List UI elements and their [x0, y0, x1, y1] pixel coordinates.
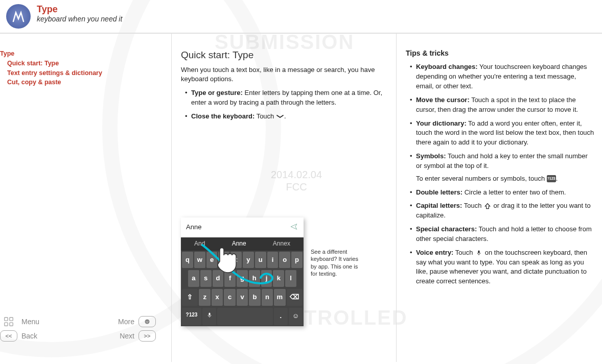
key-shift: ⇧ — [182, 289, 198, 306]
bullet-close-keyboard: Close the keyboard: Touch . — [186, 112, 389, 122]
key-z: z — [199, 289, 210, 306]
nav-item-textentry[interactable]: Text entry settings & dictionary — [0, 68, 166, 78]
svg-rect-6 — [478, 251, 480, 254]
key-e: e — [206, 252, 218, 269]
key-q: q — [182, 252, 193, 269]
svg-rect-2 — [5, 323, 8, 326]
tip-voice-entry: Voice entry: Touch on the touchscreen ke… — [411, 248, 595, 286]
tip-keyboard-changes: Keyboard changes: Your touchscreen keybo… — [411, 62, 595, 91]
key-w: w — [194, 252, 205, 269]
tip-double-letters: Double letters: Circle a letter to enter… — [411, 188, 595, 198]
key-i: i — [267, 252, 279, 269]
tip-move-cursor: Move the cursor: Touch a spot in the tex… — [411, 95, 595, 115]
column-tips: Tips & tricks Keyboard changes: Your tou… — [397, 34, 602, 362]
nav-item-quickstart[interactable]: Quick start: Type — [0, 59, 166, 68]
key-m: m — [274, 289, 285, 306]
more-button[interactable] — [138, 316, 156, 327]
tips-heading: Tips & tricks — [406, 48, 595, 58]
key-d: d — [213, 270, 224, 287]
key-space — [217, 308, 273, 325]
next-label[interactable]: Next — [120, 332, 134, 340]
nav-item-cutcopy[interactable]: Cut, copy & paste — [0, 78, 166, 87]
key-symbols: ?123 — [182, 308, 201, 325]
keyboard-illustration: Anne And Anne Annex q w e r — [181, 217, 304, 326]
key-mic — [202, 308, 216, 325]
mic-icon — [475, 249, 483, 256]
key-l: l — [285, 270, 296, 287]
key-c: c — [224, 289, 235, 306]
svg-rect-1 — [10, 318, 13, 321]
key-period: . — [274, 308, 288, 325]
symbols-key-icon: ?123 — [547, 175, 556, 182]
nav-heading[interactable]: Type — [0, 49, 166, 59]
suggestion-row: And Anne Annex — [181, 237, 304, 250]
page-title: Type — [37, 4, 122, 15]
page-subtitle: keyboard when you need it — [37, 15, 122, 23]
back-label[interactable]: Back — [21, 332, 37, 340]
key-v: v — [237, 289, 248, 306]
tip-dictionary: Your dictionary: To add a word you enter… — [411, 119, 595, 148]
key-row-4: ?123 . ☺ — [181, 307, 304, 326]
more-label[interactable]: More — [118, 318, 134, 326]
col1-heading: Quick start: Type — [181, 48, 389, 62]
send-icon — [289, 222, 298, 233]
svg-rect-0 — [5, 318, 8, 321]
shift-icon — [483, 203, 492, 210]
kb-input-value: Anne — [186, 223, 201, 232]
key-f: f — [224, 270, 236, 287]
nav-list: Type Quick start: Type Text entry settin… — [0, 49, 166, 87]
next-button[interactable]: >> — [138, 330, 156, 342]
kb-input-row: Anne — [181, 217, 304, 237]
key-b: b — [249, 289, 260, 306]
motorola-logo — [6, 4, 31, 29]
tip-capital-letters: Capital letters: Touch or drag it to the… — [411, 201, 595, 221]
key-u: u — [255, 252, 266, 269]
key-row-3: ⇧ z x c v b n m ⌫ — [181, 288, 304, 307]
chevron-down-icon — [276, 113, 284, 120]
key-row-2: a s d f g h j k l — [181, 269, 304, 288]
sugg-2: Anne — [232, 239, 246, 248]
menu-icon[interactable] — [0, 316, 17, 327]
key-y: y — [243, 252, 254, 269]
key-j: j — [261, 270, 272, 287]
page-header: Type keyboard when you need it — [0, 0, 602, 34]
tip-symbols: Symbols: Touch and hold a key to enter t… — [411, 152, 595, 184]
key-t: t — [230, 252, 242, 269]
key-n: n — [262, 289, 273, 306]
footer-nav: Menu More << Back Next >> — [0, 313, 166, 357]
key-delete: ⌫ — [287, 289, 303, 306]
key-a: a — [188, 270, 199, 287]
menu-label[interactable]: Menu — [21, 318, 39, 326]
key-s: s — [200, 270, 212, 287]
sugg-1: And — [194, 239, 205, 248]
key-k: k — [273, 270, 284, 287]
bullet-type-gesture: Type or gesture: Enter letters by tappin… — [186, 88, 389, 108]
key-emoji: ☺ — [289, 308, 303, 325]
key-g: g — [237, 270, 248, 287]
key-o: o — [279, 252, 290, 269]
back-button[interactable]: << — [0, 330, 17, 342]
svg-point-4 — [145, 320, 150, 324]
svg-rect-5 — [209, 313, 210, 316]
key-row-1: q w e r t y u i o p — [181, 251, 304, 270]
sugg-3: Annex — [273, 239, 290, 248]
key-r: r — [218, 252, 229, 269]
col1-intro: When you touch a text box, like in a mes… — [181, 65, 389, 85]
key-x: x — [212, 289, 223, 306]
column-quickstart: Quick start: Type When you touch a text … — [172, 34, 397, 362]
key-p: p — [291, 252, 303, 269]
sidebar: Type Quick start: Type Text entry settin… — [0, 34, 171, 362]
key-h: h — [249, 270, 260, 287]
kb-caption: See a different keyboard? It varies by a… — [311, 248, 364, 277]
svg-rect-3 — [10, 323, 13, 326]
tip-special-chars: Special characters: Touch and hold a let… — [411, 225, 595, 244]
